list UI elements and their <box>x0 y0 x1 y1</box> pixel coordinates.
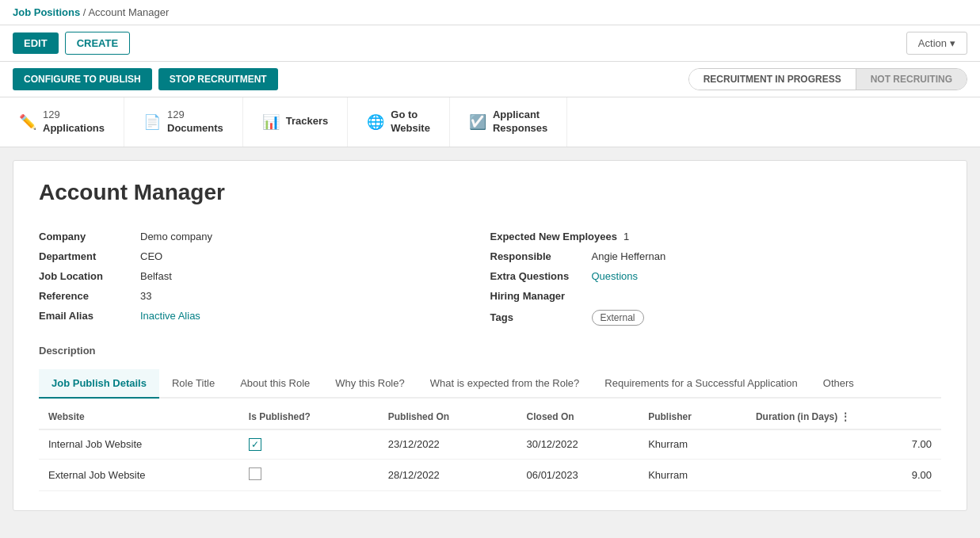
breadcrumb-bar: Job Positions / Account Manager <box>0 0 980 25</box>
hiring-manager-label: Hiring Manager <box>490 290 585 302</box>
details-grid: Company Demo company Department CEO Job … <box>13 218 967 338</box>
job-location-label: Job Location <box>39 270 134 282</box>
department-label: Department <box>39 250 134 262</box>
checkbox-checked-icon[interactable]: ✓ <box>249 438 261 451</box>
responsible-value: Angie Heffernan <box>592 250 666 262</box>
col-website: Website <box>39 405 239 429</box>
company-value: Demo company <box>140 231 212 242</box>
configure-to-publish-button[interactable]: CONFIGURE TO PUBLISH <box>13 68 152 90</box>
reference-label: Reference <box>39 290 134 302</box>
email-alias-field: Email Alias Inactive Alias <box>39 310 490 322</box>
job-title-section: Account Manager <box>13 161 967 218</box>
col-publisher: Publisher <box>639 405 746 429</box>
tab-others[interactable]: Others <box>810 369 867 399</box>
status-toggle: RECRUITMENT IN PROGRESS NOT RECRUITING <box>688 68 967 90</box>
check-icon: ☑️ <box>469 113 486 131</box>
tab-requirements[interactable]: Requirements for a Successful Applicatio… <box>592 369 810 399</box>
col-duration: Duration (in Days) ⋮ <box>746 405 941 429</box>
action-button[interactable]: Action ▾ <box>906 32 967 55</box>
row1-closed-on: 30/12/2022 <box>517 429 639 460</box>
stat-documents[interactable]: 📄 129 Documents <box>124 97 243 147</box>
tabs-section: Job Publish Details Role Title About thi… <box>13 369 967 399</box>
pencil-icon: ✏️ <box>19 113 36 131</box>
stat-trackers[interactable]: 📊 Trackers <box>243 97 349 147</box>
tab-expected-from-role[interactable]: What is expected from the Role? <box>418 369 593 399</box>
expected-employees-value: 1 <box>623 231 629 242</box>
col-published-on: Published On <box>379 405 517 429</box>
stat-applications[interactable]: ✏️ 129 Applications <box>0 97 124 147</box>
breadcrumb: Job Positions / Account Manager <box>13 6 169 18</box>
col-is-published: Is Published? <box>239 405 379 429</box>
doc-icon: 📄 <box>143 113 161 131</box>
tags-value: External <box>592 310 644 326</box>
tabs: Job Publish Details Role Title About thi… <box>39 369 941 399</box>
chevron-down-icon: ▾ <box>950 37 955 49</box>
right-column: Expected New Employees 1 Responsible Ang… <box>490 231 942 326</box>
main-content: Account Manager Company Demo company Dep… <box>13 160 967 511</box>
stats-bar: ✏️ 129 Applications 📄 129 Documents 📊 Tr… <box>0 97 980 147</box>
job-location-field: Job Location Belfast <box>39 270 490 282</box>
recruitment-bar: CONFIGURE TO PUBLISH STOP RECRUITMENT RE… <box>0 62 980 97</box>
bar-chart-icon: 📊 <box>262 113 280 131</box>
tags-label: Tags <box>490 311 585 323</box>
checkbox-unchecked-icon[interactable] <box>249 467 261 480</box>
edit-button[interactable]: EDIT <box>13 32 59 54</box>
tab-about-this-role[interactable]: About this Role <box>227 369 322 399</box>
stat-applicant-responses[interactable]: ☑️ ApplicantResponses <box>450 97 567 147</box>
stop-recruitment-button[interactable]: STOP RECRUITMENT <box>158 68 278 90</box>
row2-published-on: 28/12/2022 <box>379 459 517 490</box>
row2-published[interactable] <box>239 459 379 490</box>
hiring-manager-field: Hiring Manager <box>490 290 942 302</box>
extra-questions-field: Extra Questions Questions <box>490 270 942 282</box>
company-field: Company Demo company <box>39 231 490 242</box>
toolbar: EDIT CREATE Action ▾ <box>0 25 980 62</box>
stat-website[interactable]: 🌐 Go toWebsite <box>348 97 450 147</box>
documents-count: 129 <box>167 109 223 122</box>
left-column: Company Demo company Department CEO Job … <box>39 231 490 326</box>
responsible-field: Responsible Angie Heffernan <box>490 250 942 262</box>
table-row: Internal Job Website ✓ 23/12/2022 30/12/… <box>39 429 941 460</box>
globe-icon: 🌐 <box>367 113 384 131</box>
row1-publisher: Khurram <box>639 429 746 460</box>
status-recruiting-button[interactable]: RECRUITMENT IN PROGRESS <box>689 69 856 90</box>
stat-documents-text: 129 Documents <box>167 109 223 135</box>
row1-published[interactable]: ✓ <box>239 429 379 460</box>
department-value: CEO <box>140 250 162 262</box>
reference-value: 33 <box>140 290 151 302</box>
row2-closed-on: 06/01/2023 <box>517 459 639 490</box>
stat-trackers-text: Trackers <box>286 115 329 128</box>
tab-role-title[interactable]: Role Title <box>159 369 227 399</box>
job-title: Account Manager <box>39 180 941 205</box>
row1-website: Internal Job Website <box>39 429 239 460</box>
table-section: Website Is Published? Published On Close… <box>13 405 967 510</box>
extra-questions-label: Extra Questions <box>490 270 585 282</box>
description-label: Description <box>39 345 96 357</box>
table-header-row: Website Is Published? Published On Close… <box>39 405 941 429</box>
row1-published-on: 23/12/2022 <box>379 429 517 460</box>
job-location-value: Belfast <box>140 270 172 282</box>
tags-field: Tags External <box>490 310 942 326</box>
expected-employees-label: Expected New Employees <box>490 231 617 242</box>
action-label: Action <box>918 37 947 49</box>
expected-employees-field: Expected New Employees 1 <box>490 231 942 242</box>
stat-applications-text: 129 Applications <box>43 109 105 135</box>
breadcrumb-parent[interactable]: Job Positions <box>13 6 80 18</box>
department-field: Department CEO <box>39 250 490 262</box>
breadcrumb-current: Account Manager <box>88 6 169 18</box>
description-section: Description <box>13 338 967 369</box>
stat-applicant-responses-text: ApplicantResponses <box>493 109 547 135</box>
tab-job-publish-details[interactable]: Job Publish Details <box>39 369 159 399</box>
applications-count: 129 <box>43 109 105 122</box>
status-not-recruiting-button[interactable]: NOT RECRUITING <box>856 69 967 90</box>
extra-questions-value[interactable]: Questions <box>592 270 639 282</box>
tab-why-this-role[interactable]: Why this Role? <box>322 369 417 399</box>
email-alias-value[interactable]: Inactive Alias <box>140 310 200 322</box>
reference-field: Reference 33 <box>39 290 490 302</box>
stat-website-text: Go toWebsite <box>391 109 430 135</box>
row1-duration: 7.00 <box>746 429 941 460</box>
row2-publisher: Khurram <box>639 459 746 490</box>
create-button[interactable]: CREATE <box>65 32 130 55</box>
col-closed-on: Closed On <box>517 405 639 429</box>
publish-details-table: Website Is Published? Published On Close… <box>39 405 941 491</box>
table-row: External Job Website 28/12/2022 06/01/20… <box>39 459 941 490</box>
